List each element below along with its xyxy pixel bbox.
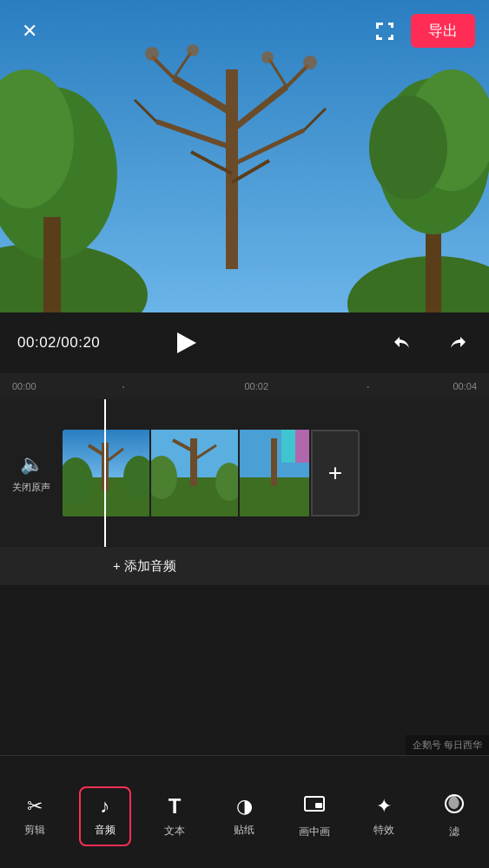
mute-label: 关闭原声 [12,481,50,493]
export-label: 导出 [428,23,458,39]
playhead [104,399,106,547]
cut-icon: ✂ [27,795,43,818]
audio-icon: ♪ [100,795,109,818]
timeline-area: 🔈 关闭原声 [0,399,489,547]
svg-rect-45 [295,430,309,463]
export-button[interactable]: 导出 [411,14,475,48]
expand-icon [373,20,396,43]
spacer [0,585,489,663]
add-clip-button[interactable]: + [311,430,360,516]
ruler-mark-0: 00:00 [12,381,36,391]
svg-rect-5 [43,217,61,312]
play-button[interactable] [169,327,201,358]
close-icon: ✕ [22,20,37,43]
playback-controls: 00:02/00:20 [0,312,489,373]
pip-svg-icon [304,794,325,815]
toolbar-item-sticker[interactable]: ◑ 贴纸 [218,788,270,845]
effects-icon: ✦ [376,795,392,818]
toolbar-item-text[interactable]: T 文本 [149,787,201,845]
svg-rect-36 [190,438,197,486]
svg-rect-47 [315,803,322,808]
bottom-toolbar: ✂ 剪辑 ♪ 音频 T 文本 ◑ 贴纸 画中画 [0,755,489,868]
cut-label: 剪辑 [24,823,45,838]
add-clip-icon: + [328,459,342,487]
expand-button[interactable] [369,16,400,47]
toolbar-item-filter[interactable]: 滤 [428,786,480,846]
filter-icon [444,793,465,819]
watermark: 企鹅号 每日西华 [406,735,489,755]
add-audio-label: + 添加音频 [113,558,176,575]
top-controls: ✕ 导出 [0,0,489,62]
redo-button[interactable] [440,327,472,358]
speaker-icon: 🔈 [20,453,43,476]
close-button[interactable]: ✕ [14,16,45,47]
toolbar-item-cut[interactable]: ✂ 剪辑 [9,788,61,845]
timeline-ruler: 00:00 00:02 00:04 • • [0,373,489,399]
pip-label: 画中画 [299,825,330,839]
text-icon: T [169,794,182,819]
toolbar-item-effects[interactable]: ✦ 特效 [358,788,410,845]
effects-label: 特效 [373,823,394,838]
video-strip: + [63,430,360,516]
video-thumb-1 [63,430,149,516]
ruler-mark-2: 00:04 [453,381,477,391]
filter-svg-icon [444,793,465,814]
undo-button[interactable] [388,327,420,358]
video-thumb-3 [240,430,309,516]
redo-icon [445,332,467,354]
text-label: 文本 [164,824,185,838]
video-strip-container: + [63,425,489,521]
mute-control[interactable]: 🔈 关闭原声 [0,453,63,493]
video-preview: ✕ 导出 [0,0,489,312]
sticker-label: 贴纸 [234,823,254,838]
filter-label: 滤 [449,825,459,839]
toolbar-item-pip[interactable]: 画中画 [288,787,340,846]
time-display: 00:02/00:20 [17,334,100,352]
sticker-icon: ◑ [236,795,253,818]
svg-point-26 [369,95,447,200]
svg-rect-6 [226,69,238,269]
add-audio-button[interactable]: + 添加音频 [113,558,176,575]
play-icon [177,332,196,353]
pip-icon [304,794,325,819]
audio-label: 音频 [95,823,116,838]
ruler-mark-1: 00:02 [245,381,269,391]
svg-rect-43 [271,438,277,486]
watermark-text: 企鹅号 每日西华 [413,740,482,750]
add-audio-bar: + 添加音频 [0,547,489,585]
undo-icon [393,332,415,354]
toolbar-item-audio[interactable]: ♪ 音频 [79,786,131,846]
video-thumb-2 [151,430,238,516]
toolbar-items: ✂ 剪辑 ♪ 音频 T 文本 ◑ 贴纸 画中画 [0,756,489,868]
